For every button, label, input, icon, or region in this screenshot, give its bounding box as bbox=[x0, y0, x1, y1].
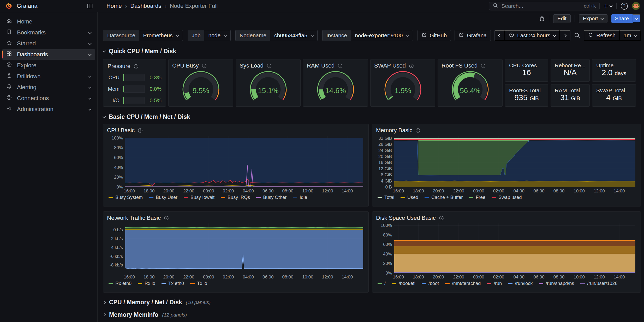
sidebar-item-bookmarks[interactable]: Bookmarks bbox=[2, 27, 95, 38]
legend-label: /boot/efi bbox=[399, 281, 415, 286]
info-icon[interactable] bbox=[164, 216, 169, 221]
help-icon[interactable]: ? bbox=[621, 3, 628, 10]
sidebar-item-label: Alerting bbox=[17, 84, 37, 91]
variable-value-dropdown[interactable]: node bbox=[204, 30, 230, 41]
edit-button[interactable]: Edit bbox=[553, 14, 570, 23]
legend-swatch bbox=[425, 197, 429, 198]
plus-icon: + bbox=[604, 2, 608, 10]
legend-item[interactable]: Busy IRQs bbox=[221, 195, 250, 200]
collapsed-section-memory-meminfo[interactable]: Memory Meminfo(12 panels) bbox=[103, 312, 641, 318]
svg-text:20%: 20% bbox=[383, 261, 392, 266]
info-icon[interactable] bbox=[439, 216, 444, 221]
legend-item[interactable]: Used bbox=[401, 195, 418, 200]
info-icon[interactable] bbox=[481, 63, 486, 68]
legend-swatch bbox=[445, 283, 450, 284]
sidebar-item-dashboards[interactable]: Dashboards bbox=[2, 49, 95, 60]
legend-item[interactable]: / bbox=[378, 281, 386, 286]
legend-item[interactable]: /run/user/1026 bbox=[580, 281, 617, 286]
export-button[interactable]: Export bbox=[579, 14, 607, 23]
chevron-down-icon bbox=[553, 33, 556, 37]
refresh-button[interactable]: Refresh bbox=[584, 30, 620, 41]
time-forward-button[interactable] bbox=[560, 30, 570, 41]
section-quick-cpu-mem-disk[interactable]: Quick CPU / Mem / Disk bbox=[103, 48, 641, 55]
network-traffic-basic-chart[interactable]: 16:0018:0020:0022:0000:0002:0004:0006:00… bbox=[107, 221, 365, 280]
add-button[interactable]: + bbox=[604, 2, 612, 10]
gauge[interactable]: 14.6% bbox=[307, 69, 364, 104]
sidebar-item-connections[interactable]: Connections bbox=[2, 93, 95, 104]
legend-item[interactable]: /run bbox=[487, 281, 502, 286]
variable-value-dropdown[interactable]: cb095848ffa5 bbox=[270, 30, 317, 41]
panel-title: Sys Load bbox=[240, 62, 297, 69]
legend-item[interactable]: Busy User bbox=[149, 195, 177, 200]
legend-label: / bbox=[384, 281, 386, 286]
share-button[interactable]: Share bbox=[611, 14, 633, 23]
legend-item[interactable]: Idle bbox=[293, 195, 307, 200]
gauge[interactable]: 1.9% bbox=[374, 69, 431, 104]
sidebar-item-explore[interactable]: Explore bbox=[2, 60, 95, 71]
chevron-right-icon bbox=[563, 34, 567, 37]
legend-item[interactable]: Cache + Buffer bbox=[425, 195, 463, 200]
legend-item[interactable]: Busy System bbox=[109, 195, 143, 200]
info-icon[interactable] bbox=[202, 63, 207, 68]
variable-value-dropdown[interactable]: Prometheus bbox=[139, 30, 182, 41]
variable-value-dropdown[interactable]: node-exporter:9100 bbox=[351, 30, 413, 41]
legend-item[interactable]: /boot/efi bbox=[392, 281, 415, 286]
panel-title-text: CPU Basic bbox=[107, 127, 135, 134]
collapsed-section-cpu-memory-net-disk[interactable]: CPU / Memory / Net / Disk(10 panels) bbox=[103, 299, 641, 306]
legend-item[interactable]: /run/lock bbox=[508, 281, 533, 286]
breadcrumb-item[interactable]: Home bbox=[106, 3, 122, 9]
legend-item[interactable]: Rx eth0 bbox=[109, 281, 132, 286]
legend-item[interactable]: Busy Other bbox=[256, 195, 287, 200]
refresh-interval-picker[interactable]: 1m bbox=[620, 30, 641, 41]
gauge[interactable]: 9.5% bbox=[172, 69, 229, 104]
sidebar-item-label: Drilldown bbox=[17, 73, 40, 80]
legend-item[interactable]: Tx eth0 bbox=[162, 281, 184, 286]
breadcrumb-item[interactable]: Dashboards bbox=[130, 3, 161, 9]
avatar[interactable] bbox=[632, 2, 640, 10]
dashboards-icon bbox=[6, 51, 12, 58]
svg-text:12:00: 12:00 bbox=[594, 275, 605, 280]
gauge[interactable]: 15.1% bbox=[240, 69, 297, 104]
info-icon[interactable] bbox=[338, 63, 343, 68]
legend-item[interactable]: Rx lo bbox=[138, 281, 155, 286]
legend-swatch bbox=[378, 283, 382, 284]
legend-label: Busy Iowait bbox=[190, 195, 214, 200]
memory-basic-chart[interactable]: 16:0018:0020:0022:0000:0002:0004:0006:00… bbox=[376, 134, 637, 194]
info-icon[interactable] bbox=[138, 128, 143, 133]
info-icon[interactable] bbox=[134, 64, 139, 69]
svg-text:08:00: 08:00 bbox=[553, 189, 565, 193]
time-range-picker[interactable]: Last 24 hours bbox=[505, 30, 560, 41]
section-basic-cpu-mem-net-disk[interactable]: Basic CPU / Mem / Net / Disk bbox=[103, 113, 641, 120]
search-input[interactable]: Search... ctrl+k bbox=[489, 2, 600, 10]
legend-item[interactable]: /run/snapd/ns bbox=[539, 281, 574, 286]
legend-item[interactable]: Busy Iowait bbox=[184, 195, 214, 200]
sidebar-item-starred[interactable]: Starred bbox=[2, 38, 95, 49]
info-icon[interactable] bbox=[267, 63, 272, 68]
sidebar-item-alerting[interactable]: Alerting bbox=[2, 82, 95, 93]
legend-item[interactable]: /mnt/terachad bbox=[445, 281, 481, 286]
disk-space-used-basic-chart[interactable]: 16:0018:0020:0022:0000:0002:0004:0006:00… bbox=[376, 221, 637, 280]
sidebar-toggle-icon[interactable] bbox=[87, 3, 93, 9]
legend-item[interactable]: Free bbox=[469, 195, 485, 200]
zoom-out-icon[interactable] bbox=[574, 32, 580, 39]
share-caret-button[interactable] bbox=[633, 14, 640, 23]
grafana-logo-icon[interactable] bbox=[5, 2, 13, 10]
info-icon[interactable] bbox=[409, 63, 414, 68]
time-back-button[interactable] bbox=[495, 30, 505, 41]
grafana-link-button[interactable]: Grafana bbox=[455, 30, 491, 41]
cpu-basic-chart[interactable]: 16:0018:0020:0022:0000:0002:0004:0006:00… bbox=[107, 134, 365, 194]
svg-text:00:00: 00:00 bbox=[473, 189, 484, 193]
sidebar-item-home[interactable]: Home bbox=[2, 16, 95, 27]
legend-item[interactable]: Tx lo bbox=[190, 281, 207, 286]
info-icon[interactable] bbox=[415, 128, 420, 133]
sidebar-item-administration[interactable]: Administration bbox=[2, 104, 95, 114]
favorite-star-icon[interactable] bbox=[539, 15, 545, 22]
legend-item[interactable]: /boot bbox=[422, 281, 439, 286]
gauge[interactable]: 56.4% bbox=[442, 69, 499, 104]
github-link-button[interactable]: GitHub bbox=[418, 30, 451, 41]
sidebar-item-drilldown[interactable]: Drilldown bbox=[2, 71, 95, 82]
share-split-button: Share bbox=[611, 14, 640, 23]
legend-item[interactable]: Total bbox=[378, 195, 394, 200]
pressure-metric-label: I/O bbox=[108, 98, 120, 104]
legend-item[interactable]: Swap used bbox=[492, 195, 522, 200]
